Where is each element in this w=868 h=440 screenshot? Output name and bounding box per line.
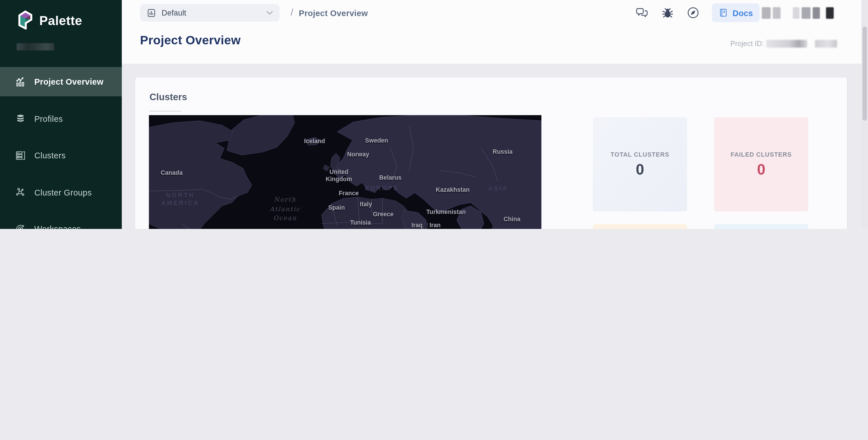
map-ocean-label-north-atlantic-ocean: NorthAtlanticOcean	[270, 195, 301, 223]
map-label-russia: Russia	[492, 148, 512, 155]
project-selector-value: Default	[161, 8, 186, 17]
breadcrumb-separator: /	[290, 7, 293, 18]
sidebar-item-workspaces[interactable]: Workspaces	[0, 214, 122, 229]
map-label-iran: Iran	[429, 222, 441, 229]
topbar: Default / Project Overview	[122, 0, 868, 25]
stat-card-total-clusters: TOTAL CLUSTERS0	[593, 118, 687, 212]
main-content: Clusters	[122, 64, 868, 229]
sidebar-item-label: Project Overview	[34, 77, 103, 86]
map-label-tunisia: Tunisia	[350, 219, 371, 226]
bar-chart-trend-icon	[15, 76, 26, 87]
docs-button[interactable]: Docs	[712, 3, 760, 22]
tour-button[interactable]	[687, 6, 700, 19]
redacted-chip	[762, 7, 771, 19]
docs-button-label: Docs	[733, 8, 753, 18]
map-label-italy: Italy	[360, 201, 372, 208]
title-underline	[150, 111, 181, 112]
project-id-redacted	[766, 39, 807, 47]
header: Default / Project Overview	[122, 0, 868, 64]
layers-stack-icon	[15, 113, 26, 124]
app-window: Palette Project OverviewProfilesClusters…	[0, 0, 868, 229]
map-label-greece: Greece	[373, 211, 394, 218]
sidebar-item-project-overview[interactable]: Project Overview	[0, 67, 122, 96]
clusters-world-map[interactable]: IcelandSwedenNorwayRussiaCanadaUnitedKin…	[149, 115, 541, 229]
stat-label: FAILED CLUSTERS	[731, 151, 792, 158]
chat-feedback-button[interactable]	[636, 6, 649, 19]
sidebar-item-clusters[interactable]: Clusters	[0, 140, 122, 170]
report-bug-button[interactable]	[661, 6, 675, 19]
project-id: Project ID:	[730, 39, 837, 48]
cluster-stats-grid: TOTAL CLUSTERS0FAILED CLUSTERS0DEGRADED …	[593, 118, 810, 229]
palette-logo-icon	[16, 9, 34, 32]
project-selector-dropdown[interactable]: Default	[140, 4, 279, 22]
map-label-turkmenistan: Turkmenistan	[426, 209, 466, 215]
clusters-overview-card: Clusters	[135, 77, 847, 229]
sidebar-nav: Project OverviewProfilesClustersCluster …	[0, 67, 122, 229]
sidebar-item-label: Profiles	[34, 114, 63, 123]
network-nodes-icon	[15, 187, 26, 197]
map-label-norway: Norway	[347, 151, 369, 158]
page-scrollbar[interactable]	[861, 0, 868, 229]
map-label-kazakhstan: Kazakhstan	[436, 186, 470, 193]
chat-bubbles-icon	[636, 6, 649, 19]
product-name: Palette	[39, 13, 82, 28]
compass-icon	[687, 6, 700, 19]
map-region-label-north-america: NORTHAMERICA	[161, 192, 199, 207]
page-title: Project Overview	[140, 33, 241, 48]
project-id-label: Project ID:	[730, 39, 764, 48]
version-redacted	[17, 43, 55, 51]
map-label-iceland: Iceland	[304, 138, 325, 145]
map-label-iraq: Iraq	[411, 222, 423, 229]
redacted-chip	[802, 7, 810, 19]
sidebar-item-profiles[interactable]: Profiles	[0, 104, 122, 133]
topbar-actions: Docs	[623, 3, 834, 22]
stat-value: 0	[757, 161, 766, 178]
server-stack-icon	[15, 150, 26, 161]
bug-icon	[661, 6, 675, 19]
stat-label: TOTAL CLUSTERS	[611, 151, 669, 158]
book-icon	[719, 8, 729, 18]
map-label-belarus: Belarus	[379, 174, 401, 181]
project-id-redacted	[815, 39, 837, 47]
redacted-chip	[813, 7, 820, 19]
sidebar-item-label: Clusters	[34, 151, 66, 160]
palette-logo[interactable]: Palette	[0, 0, 122, 32]
scrollbar-thumb[interactable]	[863, 27, 867, 121]
user-avatar[interactable]	[826, 7, 834, 19]
redacted-chip	[793, 7, 800, 19]
map-label-china: China	[503, 216, 520, 223]
sidebar: Palette Project OverviewProfilesClusters…	[0, 0, 122, 229]
redacted-chip	[773, 7, 781, 19]
orbit-circles-icon	[15, 223, 26, 229]
chevron-down-icon	[267, 11, 273, 15]
sidebar-item-cluster-groups[interactable]: Cluster Groups	[0, 178, 122, 207]
sidebar-item-label: Cluster Groups	[34, 187, 92, 197]
stat-card-failed-clusters: FAILED CLUSTERS0	[714, 118, 808, 212]
map-region-label-asia: ASIA	[488, 185, 508, 192]
stat-card-updates-pending: UPDATES PENDING0	[714, 224, 808, 229]
sidebar-item-label: Workspaces	[34, 224, 81, 229]
map-region-label-europe: EUROPE	[365, 185, 399, 192]
chart-box-icon	[147, 8, 156, 18]
map-label-canada: Canada	[161, 169, 183, 176]
breadcrumb: Project Overview	[299, 8, 368, 18]
map-label-spain: Spain	[328, 204, 345, 211]
stat-card-degraded-clusters: DEGRADED CLUSTERS0	[593, 224, 687, 229]
page-header: Project Overview Project ID:	[122, 25, 868, 48]
map-label-france: France	[339, 190, 359, 197]
map-labels: IcelandSwedenNorwayRussiaCanadaUnitedKin…	[149, 115, 541, 229]
map-label-sweden: Sweden	[365, 137, 388, 144]
clusters-card-title: Clusters	[150, 92, 187, 103]
stat-value: 0	[636, 161, 644, 178]
map-label-united-kingdom: UnitedKingdom	[326, 169, 352, 183]
